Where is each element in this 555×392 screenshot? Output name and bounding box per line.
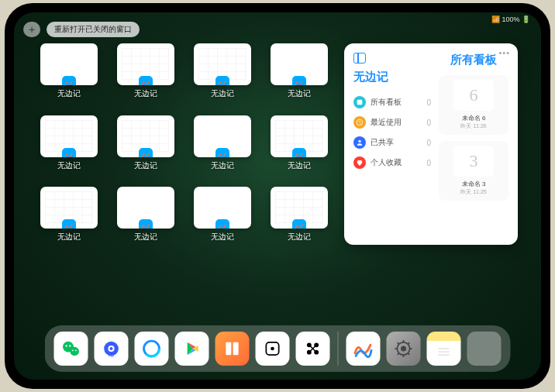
category-label: 最近使用 xyxy=(371,117,402,128)
window-thumbnail[interactable]: 无边记 xyxy=(114,187,177,248)
thumbnail-label: 无边记 xyxy=(57,232,81,242)
thumbnail-label: 无边记 xyxy=(211,160,234,171)
window-thumbnail[interactable]: 无边记 xyxy=(191,187,253,248)
ellipsis-icon[interactable]: ••• xyxy=(498,48,510,57)
freeform-app-icon xyxy=(62,219,76,229)
status-bar: 📶 100% 🔋 xyxy=(491,15,530,23)
svg-text:HD: HD xyxy=(109,354,114,358)
svg-line-28 xyxy=(398,353,399,355)
category-row[interactable]: 个人收藏 0 xyxy=(353,153,431,173)
svg-line-30 xyxy=(398,342,399,344)
board-time: 昨天 11:26 xyxy=(443,122,504,130)
thumbnail-label: 无边记 xyxy=(57,160,81,171)
reopen-closed-window-button[interactable]: 重新打开已关闭的窗口 xyxy=(47,22,140,37)
thumbnail-preview xyxy=(40,187,98,229)
new-window-button[interactable]: + xyxy=(23,22,40,37)
thumbnail-label: 无边记 xyxy=(134,88,157,99)
category-icon xyxy=(353,156,366,169)
freeform-app-icon xyxy=(139,76,153,85)
category-count: 0 xyxy=(426,139,431,147)
window-thumbnail[interactable]: 无边记 xyxy=(37,115,100,177)
thumbnail-preview xyxy=(117,115,174,157)
thumbnail-preview xyxy=(40,115,98,157)
thumbnail-label: 无边记 xyxy=(57,88,81,99)
panel-sidebar: 无边记 所有看板 0 最近使用 0 已共享 0 个人收藏 0 xyxy=(353,53,431,236)
window-thumbnails-grid: 无边记 无边记 无边记 无边记 无边记 无边记 xyxy=(37,43,330,319)
top-controls: + 重新打开已关闭的窗口 xyxy=(23,22,140,37)
window-thumbnail[interactable]: 无边记 xyxy=(37,187,100,248)
svg-point-4 xyxy=(70,347,79,356)
dock-play-icon[interactable] xyxy=(175,332,209,366)
dock: HD xyxy=(45,325,511,372)
category-count: 0 xyxy=(426,159,431,167)
window-thumbnail[interactable]: 无边记 xyxy=(114,115,177,177)
thumbnail-preview xyxy=(271,43,328,85)
window-thumbnail[interactable]: 无边记 xyxy=(267,43,330,105)
window-thumbnail[interactable]: 无边记 xyxy=(37,43,100,105)
category-icon xyxy=(353,96,366,108)
thumbnail-preview xyxy=(117,43,174,85)
workspace: 无边记 无边记 无边记 无边记 无边记 无边记 xyxy=(37,43,518,319)
category-label: 已共享 xyxy=(371,137,394,148)
thumbnail-preview xyxy=(117,187,174,229)
board-time: 昨天 11:25 xyxy=(443,188,504,196)
category-label: 所有看板 xyxy=(371,97,402,108)
thumbnail-label: 无边记 xyxy=(288,232,311,242)
dock-freeform-icon[interactable] xyxy=(346,332,381,366)
dock-app-folder[interactable] xyxy=(467,332,502,366)
window-thumbnail[interactable]: 无边记 xyxy=(191,43,253,105)
dock-notes-icon[interactable] xyxy=(427,332,461,366)
thumbnail-label: 无边记 xyxy=(288,160,311,171)
dock-settings-icon[interactable] xyxy=(387,332,421,366)
board-card[interactable]: 3 未命名 3 昨天 11:25 xyxy=(439,141,508,201)
board-card[interactable]: 6 未命名 6 昨天 11:26 xyxy=(439,75,508,135)
freeform-app-icon xyxy=(215,148,229,157)
sidebar-toggle-icon[interactable] xyxy=(353,53,366,64)
dock-qqbrowser-icon[interactable] xyxy=(135,332,169,366)
svg-rect-0 xyxy=(357,100,363,105)
dock-books-icon[interactable] xyxy=(215,332,250,366)
thumbnail-label: 无边记 xyxy=(211,232,234,242)
thumbnail-preview xyxy=(194,115,251,157)
svg-point-5 xyxy=(66,345,67,346)
freeform-app-icon xyxy=(215,219,229,229)
svg-point-8 xyxy=(75,349,77,351)
svg-line-26 xyxy=(408,353,409,355)
category-label: 个人收藏 xyxy=(371,157,402,168)
freeform-app-icon xyxy=(215,76,229,85)
freeform-app-icon xyxy=(292,148,306,157)
svg-point-6 xyxy=(69,345,71,346)
dock-connect-icon[interactable] xyxy=(296,332,330,366)
board-preview: 3 xyxy=(453,146,494,177)
thumbnail-preview xyxy=(271,115,328,157)
svg-line-32 xyxy=(408,342,409,344)
thumbnail-preview xyxy=(40,43,98,85)
category-row[interactable]: 所有看板 0 xyxy=(353,92,431,112)
screen: 📶 100% 🔋 + 重新打开已关闭的窗口 无边记 无边记 无边记 无边记 xyxy=(14,12,541,380)
window-thumbnail[interactable]: 无边记 xyxy=(267,187,330,248)
thumbnail-preview xyxy=(194,187,251,229)
svg-point-11 xyxy=(109,347,112,350)
freeform-app-icon xyxy=(62,148,76,157)
dock-wechat-icon[interactable] xyxy=(54,332,88,366)
category-row[interactable]: 最近使用 0 xyxy=(353,112,431,132)
thumbnail-label: 无边记 xyxy=(211,88,234,99)
window-thumbnail[interactable]: 无边记 xyxy=(267,115,330,177)
window-thumbnail[interactable]: 无边记 xyxy=(114,43,177,105)
dock-dice-icon[interactable] xyxy=(256,332,290,366)
panel-left-title: 无边记 xyxy=(353,70,431,84)
panel-boards: 所有看板 6 未命名 6 昨天 11:26 3 未命名 3 昨天 11:25 xyxy=(439,53,508,236)
thumbnail-preview xyxy=(194,43,251,85)
freeform-app-icon xyxy=(62,76,76,85)
freeform-panel[interactable]: ••• 无边记 所有看板 0 最近使用 0 已共享 0 个人收藏 0 所有看板 xyxy=(344,43,518,245)
dock-quark-icon[interactable]: HD xyxy=(95,332,129,366)
category-icon xyxy=(353,116,366,129)
svg-rect-15 xyxy=(226,342,231,355)
freeform-app-icon xyxy=(139,219,153,229)
svg-point-18 xyxy=(271,347,274,351)
window-thumbnail[interactable]: 无边记 xyxy=(191,115,253,177)
ipad-device: 📶 100% 🔋 + 重新打开已关闭的窗口 无边记 无边记 无边记 无边记 xyxy=(5,3,550,389)
category-row[interactable]: 已共享 0 xyxy=(353,132,431,153)
category-count: 0 xyxy=(426,98,431,107)
svg-point-24 xyxy=(401,346,406,352)
